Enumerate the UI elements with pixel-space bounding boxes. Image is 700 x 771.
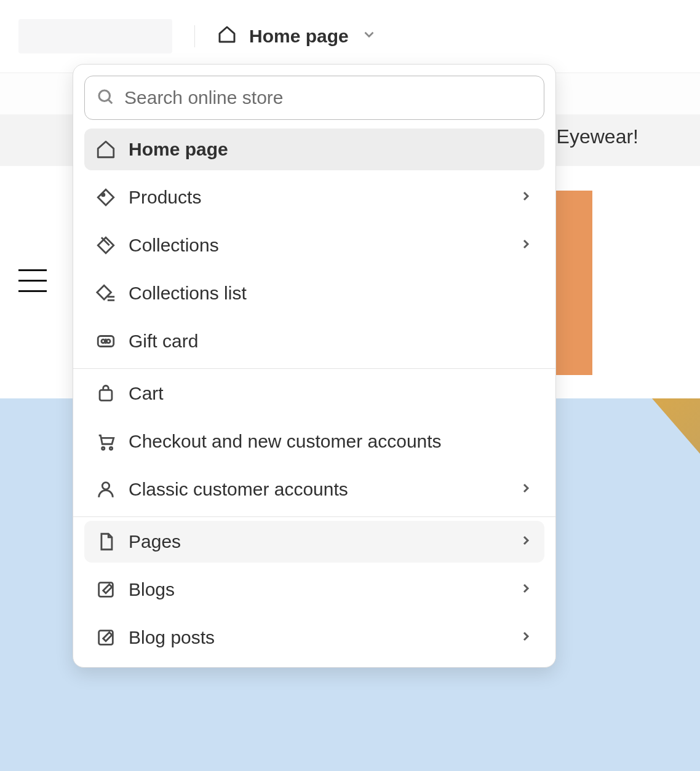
svg-point-11: [109, 447, 112, 449]
menu-item-pages[interactable]: Pages: [84, 521, 544, 563]
user-icon: [95, 479, 116, 500]
tag-icon: [95, 187, 116, 208]
menu-item-checkout[interactable]: Checkout and new customer accounts: [84, 421, 544, 462]
edit-icon: [95, 627, 116, 648]
gift-icon: [95, 331, 116, 352]
menu-item-label: Checkout and new customer accounts: [129, 431, 442, 452]
menu-item-label: Classic customer accounts: [129, 479, 348, 500]
announcement-text-fragment: Eyewear!: [557, 125, 638, 148]
menu-item-collections-list[interactable]: Collections list: [84, 272, 544, 314]
home-icon: [217, 25, 237, 49]
chevron-right-icon: [519, 579, 533, 600]
svg-point-6: [101, 339, 105, 343]
menu-item-label: Blog posts: [129, 627, 215, 648]
page-selector-label: Home page: [249, 26, 349, 47]
search-icon: [96, 87, 124, 108]
topbar: Home page: [0, 0, 700, 73]
edit-icon: [95, 579, 116, 600]
svg-line-1: [108, 100, 112, 103]
menu-item-home-page[interactable]: Home page: [84, 128, 544, 170]
chevron-right-icon: [519, 627, 533, 648]
page-selector-dropdown: Home page Products Collections Col: [73, 64, 556, 668]
chevron-right-icon: [519, 187, 533, 208]
chevron-right-icon: [519, 531, 533, 552]
search-input[interactable]: [124, 87, 533, 108]
search-online-store[interactable]: [84, 76, 544, 120]
cart-icon: [95, 431, 116, 452]
svg-point-12: [102, 483, 109, 489]
chevron-right-icon: [519, 235, 533, 256]
page-selector-button[interactable]: Home page: [217, 25, 377, 49]
tags-icon: [95, 235, 116, 256]
menu-divider: [73, 368, 555, 369]
menu-hamburger-button[interactable]: [18, 269, 47, 298]
menu-item-label: Pages: [129, 531, 181, 552]
store-logo-placeholder: [18, 19, 172, 53]
bag-icon: [95, 383, 116, 404]
menu-item-blog-posts[interactable]: Blog posts: [84, 617, 544, 658]
svg-rect-9: [100, 390, 112, 400]
svg-point-2: [102, 194, 105, 196]
menu-item-classic-accounts[interactable]: Classic customer accounts: [84, 469, 544, 510]
home-icon: [95, 139, 116, 160]
menu-item-cart[interactable]: Cart: [84, 373, 544, 414]
page-icon: [95, 531, 116, 552]
menu-item-collections[interactable]: Collections: [84, 224, 544, 266]
menu-item-gift-card[interactable]: Gift card: [84, 320, 544, 362]
svg-point-7: [106, 339, 110, 343]
menu-item-label: Collections: [129, 235, 219, 256]
svg-point-0: [99, 90, 110, 101]
svg-point-10: [102, 447, 105, 449]
menu-divider: [73, 516, 555, 517]
menu-item-label: Cart: [129, 383, 164, 404]
menu-item-blogs[interactable]: Blogs: [84, 569, 544, 611]
menu-item-products[interactable]: Products: [84, 176, 544, 218]
tag-list-icon: [95, 283, 116, 304]
menu-item-label: Collections list: [129, 283, 247, 304]
chevron-right-icon: [519, 479, 533, 500]
menu-item-label: Gift card: [129, 331, 198, 352]
topbar-divider: [194, 25, 195, 47]
menu-item-label: Home page: [129, 139, 228, 160]
chevron-down-icon: [361, 26, 377, 47]
menu-item-label: Blogs: [129, 579, 175, 600]
menu-item-label: Products: [129, 187, 201, 208]
